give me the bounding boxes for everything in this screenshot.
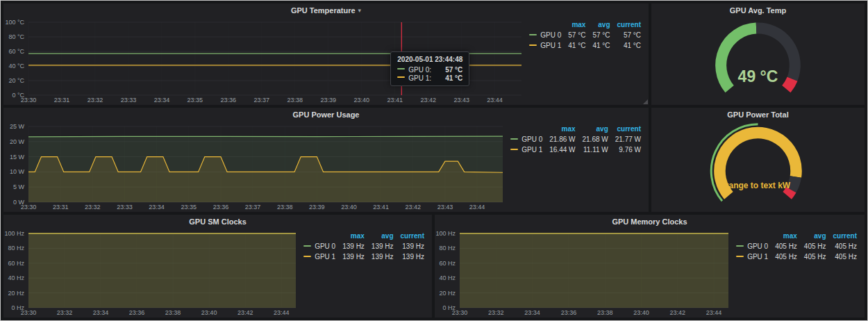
legend-series-gpu-1[interactable]: GPU 1 (507, 145, 546, 155)
sm_clocks-plot[interactable] (28, 233, 296, 308)
y-axis-label: 40 Hz (435, 274, 456, 281)
x-axis-label: 23:30 (17, 97, 40, 104)
y-axis-label: 20 Hz (435, 290, 456, 297)
graph-tooltip: 2020-05-01 23:44:48GPU 0:57 °CGPU 1:41 °… (390, 51, 469, 86)
series-color-icon (510, 138, 518, 140)
series-color-icon (303, 245, 311, 247)
legend-header-max[interactable]: max (339, 231, 368, 241)
x-axis-label: 23:36 (557, 309, 581, 316)
tooltip-timestamp: 2020-05-01 23:44:48 (397, 56, 462, 63)
legend-series-gpu-0[interactable]: GPU 0 (526, 30, 565, 40)
legend-value: 57 °C (565, 30, 589, 40)
x-axis-label: 23:44 (465, 204, 489, 211)
legend-header-avg[interactable]: avg (589, 19, 613, 30)
gpu-temperature-panel-menu[interactable]: GPU Temperature ▾ (3, 3, 649, 17)
legend-header-current[interactable]: current (397, 231, 428, 241)
x-axis-label: 23:42 (401, 204, 425, 211)
panel-resize-handle[interactable] (643, 99, 648, 104)
x-axis-label: 23:38 (273, 204, 297, 211)
legend-series-gpu-0[interactable]: GPU 0 (300, 241, 339, 252)
x-axis-label: 23:35 (183, 97, 207, 104)
x-axis-label: 23:40 (350, 97, 374, 104)
x-axis-label: 23:42 (666, 309, 690, 316)
gpu-sm-clocks-chart[interactable]: 23:3023:3223:3423:3623:3823:4023:4223:44… (3, 228, 300, 318)
gpu-power-total-gauge: range to text kW (651, 121, 865, 212)
gpu-sm-clocks-panel-menu[interactable]: GPU SM Clocks (3, 215, 432, 228)
legend-value: 139 Hz (368, 252, 397, 262)
legend-value: 9.76 W (612, 145, 644, 155)
y-axis-label: 5 W (3, 183, 24, 190)
legend-series-gpu-1[interactable]: GPU 1 (300, 252, 339, 262)
legend-row: GPU 116.44 W11.11 W9.76 W (507, 145, 644, 155)
grafana-dashboard: GPU Temperature ▾ 23:3023:3123:3223:3323… (1, 1, 867, 320)
legend-header-avg[interactable]: avg (368, 231, 397, 241)
legend-header-current[interactable]: current (614, 19, 644, 30)
series-color-icon (736, 245, 744, 247)
x-axis-label: 23:43 (450, 97, 474, 104)
legend-header-max[interactable]: max (565, 19, 589, 30)
x-axis-label: 23:38 (593, 309, 617, 316)
chevron-down-icon: ▾ (358, 7, 362, 14)
x-axis-label: 23:41 (369, 204, 393, 211)
x-axis-label: 23:31 (49, 204, 72, 211)
legend-series-gpu-0[interactable]: GPU 0 (507, 134, 546, 145)
x-axis-label: 23:42 (233, 309, 257, 316)
memory_clocks-plot[interactable] (460, 233, 728, 308)
panel-title: GPU Memory Clocks (612, 217, 687, 226)
gpu-avg-temp-panel-menu[interactable]: GPU Avg. Temp (651, 3, 865, 17)
legend-header-avg[interactable]: avg (579, 124, 612, 134)
panel-gpu-power-total: GPU Power Total range to text kW (651, 108, 865, 212)
x-axis-label: 23:44 (483, 97, 507, 104)
power-plot[interactable] (28, 126, 503, 202)
legend-header-max[interactable]: max (771, 231, 801, 241)
legend-series-gpu-0[interactable]: GPU 0 (733, 241, 771, 252)
power_total-gauge-svg: range to text kW (651, 121, 865, 212)
legend-header-current[interactable]: current (830, 231, 860, 241)
gpu-power-usage-legend: maxavgcurrentGPU 021.86 W21.68 W21.77 WG… (507, 121, 649, 212)
gpu-power-total-panel-menu[interactable]: GPU Power Total (651, 108, 865, 121)
gpu-memory-clocks-panel-menu[interactable]: GPU Memory Clocks (435, 215, 865, 228)
panel-gpu-sm-clocks: GPU SM Clocks 23:3023:3223:3423:3623:382… (3, 215, 432, 318)
x-axis-label: 23:44 (269, 309, 293, 316)
x-axis-label: 23:32 (53, 309, 76, 316)
gpu-avg-temp-gauge: 49 °C (651, 17, 865, 105)
panel-title: GPU Power Usage (293, 110, 360, 119)
x-axis-label: 23:32 (484, 309, 508, 316)
x-axis-label: 23:40 (337, 204, 360, 211)
x-axis-label: 23:42 (417, 97, 440, 104)
legend-header-max[interactable]: max (546, 124, 578, 134)
legend-row: GPU 0139 Hz139 Hz139 Hz (300, 241, 428, 252)
y-axis-label: 100 °C (3, 19, 24, 26)
gpu-temperature-legend: maxavgcurrentGPU 057 °C57 °C57 °CGPU 141… (526, 17, 649, 105)
y-axis-label: 60 Hz (435, 260, 456, 267)
gpu-memory-clocks-chart[interactable]: 23:3023:3223:3423:3623:3823:4023:4223:44… (435, 228, 733, 318)
gpu-power-usage-panel-menu[interactable]: GPU Power Usage (3, 108, 649, 121)
x-axis-label: 23:30 (17, 309, 40, 316)
legend-value: 139 Hz (339, 241, 368, 252)
x-axis-label: 23:44 (702, 309, 726, 316)
legend-header-spacer (507, 124, 546, 134)
legend-header-avg[interactable]: avg (801, 231, 830, 241)
gpu-temperature-chart[interactable]: 23:3023:3123:3223:3323:3423:3523:3623:37… (3, 17, 526, 105)
legend-series-gpu-1[interactable]: GPU 1 (526, 40, 565, 51)
gpu-memory-clocks-legend: maxavgcurrentGPU 0405 Hz405 Hz405 HzGPU … (733, 228, 865, 318)
tooltip-series-row: GPU 1:41 °C (397, 74, 462, 82)
series-color-icon (397, 76, 405, 78)
x-axis-label: 23:34 (521, 309, 544, 316)
y-axis-label: 15 W (3, 154, 24, 160)
legend-value: 405 Hz (771, 241, 801, 252)
dashboard-row-3: GPU SM Clocks 23:3023:3223:3423:3623:382… (3, 215, 865, 318)
legend-header-spacer (733, 231, 771, 241)
legend-header-spacer (300, 231, 339, 241)
legend-series-gpu-1[interactable]: GPU 1 (733, 252, 771, 262)
legend-value: 405 Hz (801, 252, 830, 262)
x-axis-label: 23:34 (150, 97, 174, 104)
legend-value: 16.44 W (546, 145, 578, 155)
x-axis-label: 23:33 (117, 97, 140, 104)
gpu-power-usage-chart[interactable]: 23:3023:3123:3223:3323:3423:3523:3623:37… (3, 121, 507, 212)
legend-header-current[interactable]: current (612, 124, 644, 134)
x-axis-label: 23:36 (125, 309, 149, 316)
y-axis-label: 20 °C (3, 77, 24, 84)
x-axis-label: 23:37 (241, 204, 265, 211)
y-axis-label: 10 W (3, 168, 24, 175)
